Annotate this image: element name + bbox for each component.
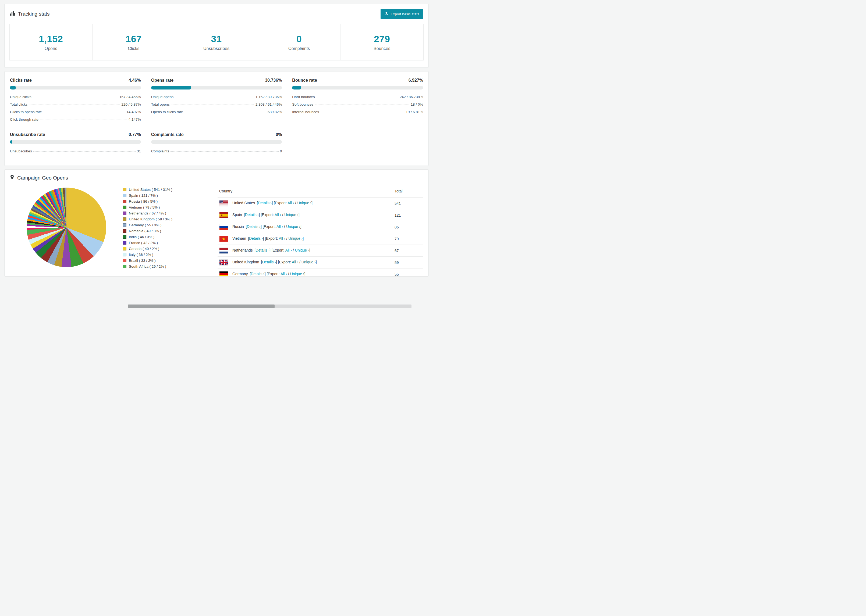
export-unique-link[interactable]: Unique › — [284, 212, 299, 217]
rate-block-complaints-rate: Complaints rate0%Complaints0 — [151, 132, 282, 155]
progress-bar — [10, 140, 141, 144]
rate-row-unique-opens: Unique opens1,152 / 30.736% — [151, 93, 282, 101]
rate-percent: 0.77% — [129, 132, 141, 137]
legend-label: United Kingdom ( 59 / 3% ) — [129, 217, 172, 221]
geo-table-row-united-states: United States [Details ›] [Export: All ›… — [217, 198, 423, 209]
details-link[interactable]: Details › — [255, 248, 269, 252]
progress-bar-fill — [10, 86, 16, 90]
dotted-leader — [320, 112, 404, 112]
bracket: ] — [299, 212, 299, 217]
progress-bar — [292, 86, 423, 90]
legend-label: South Africa ( 29 / 2% ) — [129, 264, 166, 269]
rate-row-label: Hard bounces — [292, 95, 315, 99]
export-all-link[interactable]: All › — [279, 236, 285, 240]
export-unique-link[interactable]: Unique › — [297, 201, 312, 205]
flag-ru-icon — [219, 224, 228, 230]
slash: / — [298, 260, 301, 264]
legend-swatch — [123, 200, 126, 203]
country-total: 67 — [393, 245, 423, 257]
export-all-link[interactable]: All › — [275, 212, 281, 217]
export-all-link[interactable]: All › — [288, 201, 294, 205]
rate-head: Complaints rate0% — [151, 132, 282, 137]
export-basic-stats-button[interactable]: Export basic stats — [381, 9, 423, 19]
progress-bar — [10, 86, 141, 90]
export-label: Export: — [262, 212, 274, 217]
legend-label: United States ( 541 / 31% ) — [129, 188, 172, 192]
export-label: Export: — [268, 272, 279, 276]
legend-item-india: India ( 46 / 3% ) — [123, 234, 217, 240]
country-cell: United States [Details ›] [Export: All ›… — [217, 198, 393, 209]
details-link[interactable]: Details › — [262, 260, 276, 264]
bracket: [ — [245, 225, 247, 229]
export-unique-link[interactable]: Unique › — [286, 225, 301, 229]
export-all-link[interactable]: All › — [277, 225, 283, 229]
country-total: 79 — [393, 233, 423, 245]
geo-opens-title-text: Campaign Geo Opens — [17, 175, 68, 181]
export-all-link[interactable]: All › — [292, 260, 298, 264]
export-label: Export: — [266, 236, 278, 240]
legend-item-russia: Russia ( 86 / 5% ) — [123, 198, 217, 204]
legend-label: Canada ( 40 / 2% ) — [129, 247, 159, 251]
legend-label: Vietnam ( 79 / 5% ) — [129, 205, 160, 209]
stat-value: 31 — [211, 34, 222, 44]
slash: / — [281, 212, 284, 217]
export-all-link[interactable]: All › — [285, 248, 292, 252]
rate-row-label: Unique opens — [151, 95, 173, 99]
legend-label: Brazil ( 33 / 2% ) — [129, 259, 156, 262]
bracket: ] — [302, 236, 304, 240]
details-link[interactable]: Details › — [249, 236, 263, 240]
stat-value: 167 — [126, 34, 142, 44]
rate-percent: 30.736% — [265, 78, 282, 83]
geo-table-header-country: Country — [217, 185, 393, 198]
bracket: [ — [260, 212, 262, 217]
horizontal-scrollbar-thumb[interactable] — [128, 305, 275, 308]
dotted-leader — [43, 112, 125, 112]
rate-title: Unsubscribe rate — [10, 132, 45, 137]
dotted-leader — [184, 112, 266, 112]
details-link[interactable]: Details › — [258, 201, 272, 205]
export-icon — [384, 11, 388, 16]
rate-row-label: Soft bounces — [292, 102, 313, 107]
legend-swatch — [123, 241, 126, 245]
flag-nl-icon — [219, 248, 228, 254]
stat-box-bounces: 279Bounces — [340, 24, 423, 60]
rate-row-opens-to-clicks-rate: Opens to clicks rate689.82% — [151, 108, 282, 116]
export-unique-link[interactable]: Unique › — [288, 236, 302, 240]
geo-table-row-netherlands: Netherlands [Details ›] [Export: All › /… — [217, 245, 423, 257]
rate-block-bounce-rate: Bounce rate6.927%Hard bounces242 / 86.73… — [292, 78, 423, 123]
export-all-link[interactable]: All › — [280, 272, 287, 276]
horizontal-scrollbar-track[interactable] — [128, 305, 411, 308]
flag-gb-icon — [219, 259, 228, 266]
bracket: ] — [309, 248, 310, 252]
bracket: ] — [312, 201, 313, 205]
details-link[interactable]: Details › — [245, 212, 259, 217]
country-cell: Vietnam [Details ›] [Export: All › / Uni… — [217, 233, 393, 245]
rate-row-value: 167 / 4.456% — [120, 95, 141, 99]
export-unique-link[interactable]: Unique › — [301, 260, 316, 264]
stat-label: Clicks — [128, 46, 140, 51]
rate-row-label: Click through rate — [10, 118, 38, 121]
tracking-stats-title: Tracking stats — [10, 11, 50, 17]
export-unique-link[interactable]: Unique › — [295, 248, 309, 252]
export-label: Export: — [264, 225, 276, 229]
export-label: Export: — [275, 201, 287, 205]
stat-box-opens: 1,152Opens — [10, 24, 93, 60]
legend-item-france: France ( 42 / 2% ) — [123, 240, 217, 246]
rate-row-value: 14.497% — [126, 110, 141, 114]
export-unique-link[interactable]: Unique › — [290, 272, 304, 276]
rate-row-complaints: Complaints0 — [151, 147, 282, 155]
geo-table: Country Total United States [Details ›] … — [217, 185, 423, 276]
rate-rows: Unique opens1,152 / 30.736%Total opens2,… — [151, 93, 282, 116]
stat-value: 1,152 — [39, 34, 63, 44]
details-link[interactable]: Details › — [247, 225, 261, 229]
geo-table-row-germany: Germany [Details ›] [Export: All › / Uni… — [217, 269, 423, 277]
rate-title: Complaints rate — [151, 132, 184, 137]
legend-swatch — [123, 229, 126, 233]
rates-grid: Clicks rate4.46%Unique clicks167 / 4.456… — [10, 78, 423, 155]
geo-table-row-spain: Spain [Details ›] [Export: All › / Uniqu… — [217, 209, 423, 221]
details-link[interactable]: Details › — [251, 272, 265, 276]
flag-vn-icon — [219, 236, 228, 242]
export-basic-stats-label: Export basic stats — [390, 12, 419, 16]
rate-row-label: Unique clicks — [10, 95, 31, 99]
dotted-leader — [40, 119, 127, 120]
